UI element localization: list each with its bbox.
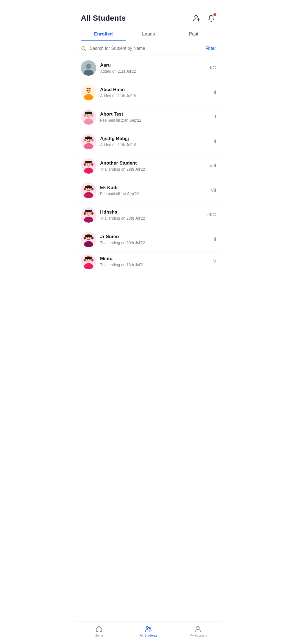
student-grade: VIII: [202, 163, 216, 168]
student-row[interactable]: Aaru Added on 21st Jul'22 LKG: [74, 56, 223, 80]
avatar: [81, 134, 96, 149]
svg-point-59: [89, 259, 90, 260]
search-input[interactable]: [90, 46, 202, 51]
svg-point-26: [91, 139, 94, 141]
svg-point-53: [84, 237, 86, 239]
student-info: Ek Kudi Fee paid till 1st Sep'22: [100, 185, 199, 196]
student-grade: I: [202, 114, 216, 119]
tab-past[interactable]: Past: [171, 28, 216, 41]
student-sub: Added on 11th Jul'19: [100, 143, 199, 147]
search-icon: [81, 46, 86, 51]
student-sub: Added on 21st Jul'22: [100, 69, 199, 73]
student-info: Abcd Hmm Added on 11th Jul'19: [100, 87, 199, 98]
svg-point-61: [91, 259, 94, 261]
page-header: All Students: [74, 0, 223, 28]
bottom-nav: Home All Students My Account: [74, 621, 223, 644]
students-icon: [145, 625, 152, 632]
student-grade: LKG: [202, 66, 216, 70]
svg-point-60: [84, 259, 86, 261]
svg-point-24: [89, 139, 90, 140]
student-row[interactable]: Another Student Trial ending on 29th Jul…: [74, 154, 223, 178]
svg-point-39: [84, 188, 86, 190]
svg-point-62: [146, 626, 148, 629]
svg-point-31: [89, 163, 90, 165]
avatar: [81, 85, 96, 100]
student-row[interactable]: Mintu Trial ending on 13th Jul'21 V: [74, 252, 223, 271]
svg-point-33: [91, 163, 94, 166]
avatar: [81, 254, 96, 269]
svg-point-30: [87, 163, 88, 165]
student-sub: Trial ending on 13th Jul'21: [100, 263, 199, 267]
student-info: Aaru Added on 21st Jul'22: [100, 62, 199, 73]
nav-home-label: Home: [95, 634, 103, 637]
avatar: [81, 60, 96, 76]
student-name: Ajsdfg Bbbjjj: [100, 136, 199, 141]
svg-point-23: [87, 139, 88, 140]
student-row[interactable]: Ek Kudi Fee paid till 1st Sep'22 VII: [74, 178, 223, 203]
student-name: Abcd Hmm: [100, 87, 199, 92]
student-sub: Fee paid till 25th Sep'22: [100, 118, 199, 122]
student-info: Another Student Trial ending on 29th Jul…: [100, 160, 199, 171]
student-info: Ajsdfg Bbbjjj Added on 11th Jul'19: [100, 136, 199, 147]
svg-point-38: [89, 188, 90, 189]
account-icon: [194, 625, 202, 632]
tab-leads[interactable]: Leads: [126, 28, 171, 41]
nav-all-students[interactable]: All Students: [124, 624, 173, 638]
svg-point-32: [84, 163, 86, 166]
avatar: [81, 232, 96, 247]
student-name: Another Student: [100, 160, 199, 166]
avatar: [81, 158, 96, 174]
svg-point-16: [87, 114, 88, 116]
student-name: Aaru: [100, 62, 199, 68]
student-grade: II: [202, 139, 216, 144]
svg-point-54: [91, 237, 94, 239]
student-sub: Trial ending on 29th Jul'22: [100, 241, 199, 245]
svg-point-0: [195, 15, 197, 18]
svg-point-19: [91, 114, 94, 117]
svg-point-58: [87, 259, 88, 260]
student-grade: II: [202, 237, 216, 242]
svg-point-45: [89, 212, 90, 214]
student-name: Ek Kudi: [100, 185, 199, 190]
svg-point-12: [89, 90, 90, 91]
nav-account[interactable]: My Account: [173, 624, 223, 638]
svg-point-37: [87, 188, 88, 189]
svg-point-11: [87, 90, 88, 91]
notification-button[interactable]: [206, 13, 216, 23]
avatar: [81, 207, 96, 223]
student-info: Hdhshs Trial ending on 28th Jul'22: [100, 209, 199, 220]
nav-account-label: My Account: [189, 634, 207, 637]
nav-all-students-label: All Students: [140, 634, 157, 637]
search-bar: Filter: [74, 41, 223, 56]
tab-enrolled[interactable]: Enrolled: [81, 28, 126, 41]
add-student-button[interactable]: [192, 13, 202, 23]
notification-badge: [213, 13, 216, 16]
nav-home[interactable]: Home: [74, 624, 124, 638]
student-name: Hdhshs: [100, 209, 199, 215]
avatar: [81, 109, 96, 125]
student-name: Abort Test: [100, 111, 199, 117]
tab-bar: Enrolled Leads Past: [74, 28, 223, 41]
student-name: Mintu: [100, 256, 199, 261]
page-title: All Students: [81, 14, 126, 23]
student-sub: Trial ending on 28th Jul'22: [100, 216, 199, 220]
student-row[interactable]: Hdhshs Trial ending on 28th Jul'22 UKG: [74, 203, 223, 227]
student-row[interactable]: Abort Test Fee paid till 25th Sep'22 I: [74, 105, 223, 129]
svg-point-40: [91, 188, 94, 190]
student-name: Jr Sumo: [100, 234, 199, 239]
svg-point-63: [149, 627, 151, 629]
student-grade: VII: [202, 188, 216, 193]
home-icon: [95, 625, 103, 632]
student-info: Jr Sumo Trial ending on 29th Jul'22: [100, 234, 199, 245]
svg-point-6: [86, 64, 91, 69]
student-info: Mintu Trial ending on 13th Jul'21: [100, 256, 199, 267]
student-row[interactable]: Ajsdfg Bbbjjj Added on 11th Jul'19 II: [74, 129, 223, 154]
student-row[interactable]: Jr Sumo Trial ending on 29th Jul'22 II: [74, 227, 223, 252]
student-list: Aaru Added on 21st Jul'22 LKG Abcd Hmm A…: [74, 56, 223, 271]
avatar: [81, 183, 96, 198]
student-sub: Trial ending on 29th Jul'22: [100, 167, 199, 171]
student-grade: UKG: [202, 212, 216, 217]
svg-point-46: [84, 212, 86, 215]
filter-button[interactable]: Filter: [205, 46, 216, 51]
student-row[interactable]: Abcd Hmm Added on 11th Jul'19 III: [74, 80, 223, 105]
